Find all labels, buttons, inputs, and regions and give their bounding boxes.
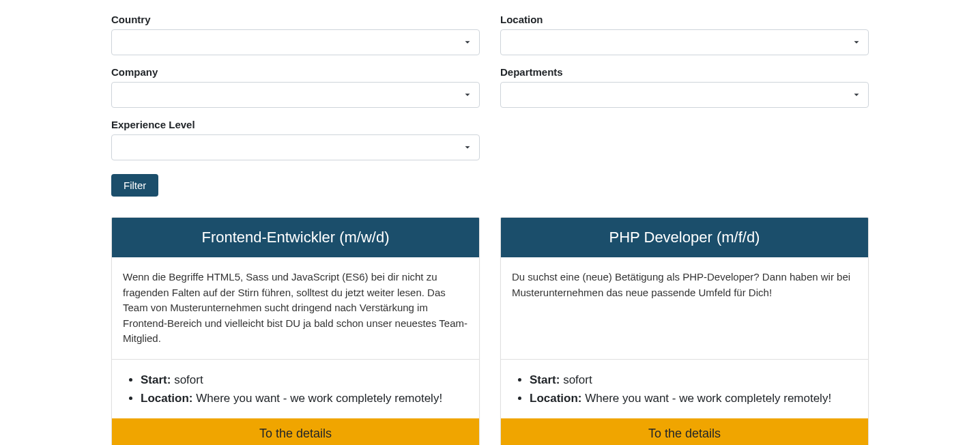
company-label: Company [111,66,480,78]
departments-select[interactable] [500,82,869,108]
details-button[interactable]: To the details [112,418,479,445]
filter-country-group: Country [111,14,480,55]
details-button[interactable]: To the details [501,418,868,445]
job-description: Wenn die Begriffe HTML5, Sass und JavaSc… [112,257,479,359]
job-start-row: Start: sofort [530,371,857,389]
job-card: PHP Developer (m/f/d) Du suchst eine (ne… [490,217,879,445]
job-card: Frontend-Entwickler (m/w/d) Wenn die Beg… [101,217,490,445]
filter-container: Country Location Company Departments [101,14,879,445]
filter-company-group: Company [111,66,480,108]
job-meta: Start: sofort Location: Where you want -… [501,360,868,418]
job-start-row: Start: sofort [141,371,468,389]
filter-location-group: Location [500,14,869,55]
location-select[interactable] [500,29,869,55]
job-start-value: sofort [560,373,592,386]
job-start-value: sofort [171,373,203,386]
job-description: Du suchst eine (neue) Betätigung als PHP… [501,257,868,359]
departments-label: Departments [500,66,869,78]
experience-select[interactable] [111,134,480,160]
location-label: Location [500,14,869,25]
job-start-label: Start: [530,373,560,386]
job-location-value: Where you want - we work completely remo… [193,392,443,405]
experience-label: Experience Level [111,119,480,130]
country-select[interactable] [111,29,480,55]
job-location-row: Location: Where you want - we work compl… [141,389,468,407]
filter-button[interactable]: Filter [111,174,158,197]
jobs-list: Frontend-Entwickler (m/w/d) Wenn die Beg… [101,217,879,445]
job-start-label: Start: [141,373,171,386]
job-location-row: Location: Where you want - we work compl… [530,389,857,407]
job-location-label: Location: [141,392,193,405]
job-location-label: Location: [530,392,582,405]
job-location-value: Where you want - we work completely remo… [582,392,832,405]
filter-departments-group: Departments [500,66,869,108]
job-title: PHP Developer (m/f/d) [501,218,868,257]
job-title: Frontend-Entwickler (m/w/d) [112,218,479,257]
filter-experience-group: Experience Level [111,119,480,160]
company-select[interactable] [111,82,480,108]
country-label: Country [111,14,480,25]
job-meta: Start: sofort Location: Where you want -… [112,360,479,418]
